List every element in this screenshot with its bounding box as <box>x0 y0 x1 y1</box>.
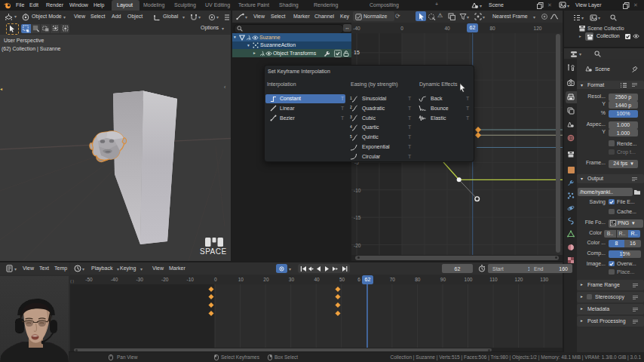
svg-text:70: 70 <box>390 277 396 282</box>
svg-text:40: 40 <box>314 277 320 282</box>
svg-text:15: 15 <box>354 50 360 55</box>
svg-text:2: 2 <box>350 105 352 109</box>
svg-text:SPACE: SPACE <box>200 247 227 256</box>
svg-text:-20: -20 <box>161 277 169 282</box>
svg-text:-30: -30 <box>136 277 143 282</box>
svg-text:-40: -40 <box>111 277 118 282</box>
svg-text:80: 80 <box>415 277 421 282</box>
svg-text:100: 100 <box>465 277 473 282</box>
svg-text:30: 30 <box>289 277 295 282</box>
svg-text:3: 3 <box>350 115 352 119</box>
svg-text:-50: -50 <box>85 277 93 282</box>
svg-text:6: 6 <box>357 277 360 282</box>
svg-text:20: 20 <box>263 277 269 282</box>
svg-text:130: 130 <box>540 277 548 282</box>
svg-text:110: 110 <box>489 277 498 282</box>
svg-text:4: 4 <box>350 124 352 129</box>
svg-text:1: 1 <box>350 96 352 100</box>
svg-text:10: 10 <box>238 277 244 282</box>
svg-text:-15: -15 <box>354 215 361 220</box>
svg-text:-10: -10 <box>354 188 361 193</box>
svg-text:50: 50 <box>339 277 345 282</box>
svg-text:-10: -10 <box>186 277 194 282</box>
svg-text:-20: -20 <box>354 243 361 248</box>
svg-text:0: 0 <box>214 277 217 282</box>
svg-text:5: 5 <box>350 134 352 139</box>
svg-text:90: 90 <box>440 277 446 282</box>
svg-text:120: 120 <box>515 277 523 282</box>
